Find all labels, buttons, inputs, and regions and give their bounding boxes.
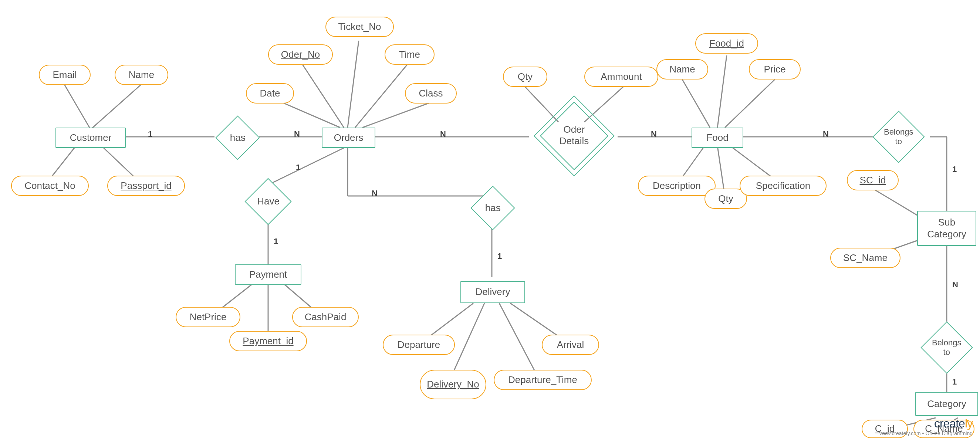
attr-payment-netprice[interactable]: NetPrice [176, 307, 240, 327]
rel-food-belongsto-sub[interactable]: Belongs to [872, 111, 924, 163]
attr-delivery-arrival[interactable]: Arrival [542, 335, 599, 355]
entity-orders[interactable]: Orders [322, 127, 375, 148]
svg-line-16 [718, 56, 727, 127]
attr-payment-cashpaid[interactable]: CashPaid [292, 307, 359, 327]
attr-food-price[interactable]: Price [749, 59, 801, 79]
attr-orders-class[interactable]: Class [405, 83, 457, 103]
entity-orders-label: Orders [334, 132, 363, 143]
attr-customer-name[interactable]: Name [115, 65, 168, 85]
card-payment-1: 1 [274, 237, 278, 246]
brand-pre: create [934, 417, 965, 430]
watermark-tagline: www.creately.com • Online Diagramming [880, 430, 973, 436]
entity-sub-category[interactable]: Sub Category [917, 211, 976, 246]
entity-delivery[interactable]: Delivery [460, 281, 525, 303]
entity-customer-label: Customer [70, 132, 112, 143]
svg-line-10 [363, 102, 433, 127]
svg-line-0 [65, 85, 91, 129]
attr-customer-email[interactable]: Email [39, 65, 91, 85]
rel-sub-belongsto-cat[interactable]: Belongs to [920, 321, 973, 373]
er-diagram-canvas: Customer Email Name Contact_No Passport_… [0, 0, 980, 440]
entity-customer[interactable]: Customer [56, 127, 126, 148]
entity-food[interactable]: Food [692, 127, 743, 148]
brand-post: ly [965, 417, 973, 430]
attr-food-specification[interactable]: Specification [740, 176, 827, 196]
card-orders-n-weak: N [440, 129, 446, 139]
entity-category-label: Category [927, 398, 966, 410]
rel-oder-details-label: Oder Details [551, 124, 597, 147]
svg-line-17 [725, 79, 775, 127]
attr-oderdetails-qty[interactable]: Qty [503, 67, 547, 87]
card-food-n-tosub: N [823, 129, 829, 139]
card-sub-n-tocat: N [952, 280, 958, 289]
card-cat-1: 1 [952, 377, 957, 387]
card-orders-1-topayment: 1 [296, 163, 300, 172]
entity-sub-category-label: Sub Category [918, 217, 975, 240]
svg-line-1 [91, 85, 140, 129]
attr-orders-ticket-no[interactable]: Ticket_No [325, 17, 394, 37]
card-orders-n-fromcust: N [294, 129, 300, 139]
card-delivery-1: 1 [497, 251, 502, 261]
card-food-n-weak: N [651, 129, 657, 139]
entity-delivery-label: Delivery [476, 286, 510, 298]
svg-line-8 [348, 41, 359, 127]
rel-customer-has-orders[interactable]: has [215, 115, 259, 160]
attr-customer-passport-id[interactable]: Passport_id [107, 176, 185, 196]
svg-line-15 [682, 79, 710, 127]
rel-orders-have-payment[interactable]: Have [245, 178, 291, 225]
entity-category[interactable]: Category [915, 392, 978, 416]
card-sub-1-fromfood: 1 [952, 165, 957, 174]
attr-customer-contact-no[interactable]: Contact_No [11, 176, 89, 196]
attr-orders-time[interactable]: Time [385, 44, 434, 65]
rel-orders-has-delivery[interactable]: has [470, 186, 515, 230]
attr-sub-sc-name[interactable]: SC_Name [830, 248, 900, 268]
attr-delivery-departure[interactable]: Departure [383, 335, 455, 355]
attr-food-qty[interactable]: Qty [705, 189, 747, 209]
attr-delivery-departure-time[interactable]: Departure_Time [494, 370, 592, 390]
svg-line-9 [355, 63, 409, 127]
entity-food-label: Food [706, 132, 728, 143]
entity-payment-label: Payment [249, 269, 287, 280]
attr-orders-date[interactable]: Date [246, 83, 294, 103]
entity-payment[interactable]: Payment [235, 264, 301, 285]
svg-line-30 [268, 146, 348, 185]
svg-line-40 [449, 303, 484, 381]
card-customer-1: 1 [148, 129, 152, 139]
svg-line-7 [301, 63, 344, 127]
attr-delivery-no[interactable]: Delivery_No [420, 370, 486, 399]
card-orders-n-todelivery: N [372, 189, 377, 198]
attr-payment-id[interactable]: Payment_id [229, 331, 307, 351]
creately-watermark: creately www.creately.com • Online Diagr… [880, 417, 973, 436]
attr-food-name[interactable]: Name [656, 59, 708, 79]
svg-line-41 [499, 303, 540, 381]
attr-food-description[interactable]: Description [638, 176, 716, 196]
attr-food-id[interactable]: Food_id [695, 33, 758, 54]
attr-oderdetails-ammount[interactable]: Ammount [584, 67, 658, 87]
attr-sub-sc-id[interactable]: SC_id [847, 170, 899, 191]
attr-orders-oder-no[interactable]: Oder_No [268, 44, 333, 65]
